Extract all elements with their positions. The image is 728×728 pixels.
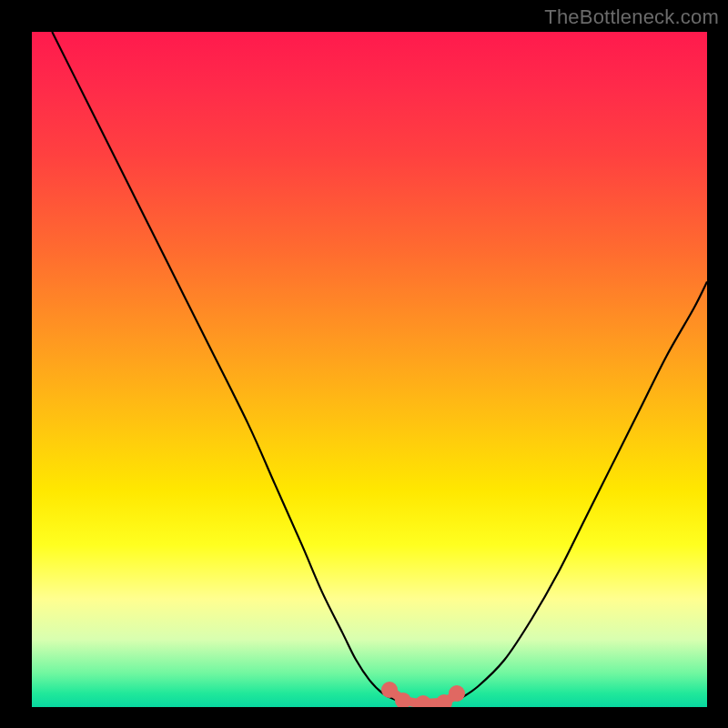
attribution-label: TheBottleneck.com bbox=[544, 5, 719, 29]
highlight-marker bbox=[395, 693, 411, 707]
highlight-marker bbox=[449, 685, 465, 702]
curve-layer bbox=[32, 32, 707, 707]
highlight-marker bbox=[415, 695, 431, 707]
plot-area bbox=[32, 32, 707, 707]
right-branch-curve bbox=[457, 282, 707, 701]
left-branch-curve bbox=[52, 32, 396, 701]
